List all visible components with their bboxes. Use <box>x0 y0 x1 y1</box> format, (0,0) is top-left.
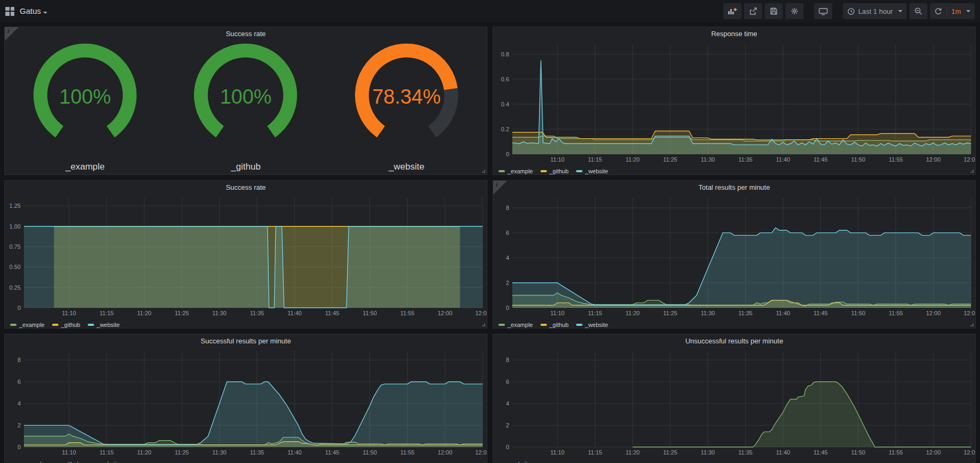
svg-text:8: 8 <box>506 205 509 211</box>
panel-successful-results: Successful results per minute 11:1011:15… <box>4 334 487 463</box>
tv-icon <box>818 7 828 15</box>
legend-swatch <box>540 170 547 172</box>
zoom-out-button[interactable] <box>909 3 927 19</box>
legend-item[interactable]: _website <box>499 461 530 463</box>
svg-text:11:20: 11:20 <box>626 449 640 456</box>
svg-text:6: 6 <box>506 378 509 385</box>
response-time-chart[interactable]: 11:1011:1511:2011:2511:3011:3511:4011:45… <box>493 40 975 166</box>
legend-item[interactable]: _website <box>88 322 120 328</box>
legend-swatch <box>499 170 505 172</box>
gauge-label: _github <box>165 162 326 172</box>
panel-total-results: i Total results per minute 11:1011:1511:… <box>493 180 976 329</box>
panel-success-rate-series: Success rate 11:1011:1511:2011:2511:3011… <box>4 180 487 329</box>
chevron-down-icon <box>898 10 902 12</box>
legend-swatch <box>10 324 16 326</box>
cycle-view-button[interactable] <box>814 3 832 19</box>
svg-text:11:25: 11:25 <box>663 310 678 316</box>
legend-item[interactable]: _website <box>88 461 120 463</box>
save-button[interactable] <box>765 3 783 19</box>
svg-text:11:55: 11:55 <box>400 449 415 456</box>
time-range-label: Last 1 hour <box>858 7 893 15</box>
svg-text:2: 2 <box>18 422 21 428</box>
svg-text:11:15: 11:15 <box>99 449 114 456</box>
svg-text:11:30: 11:30 <box>700 449 715 456</box>
svg-text:11:10: 11:10 <box>551 156 565 163</box>
svg-text:11:55: 11:55 <box>889 156 903 163</box>
legend-item[interactable]: _github <box>52 322 80 328</box>
svg-text:12:05: 12:05 <box>964 449 975 456</box>
svg-text:0.8: 0.8 <box>501 51 509 57</box>
total-results-chart[interactable]: 11:1011:1511:2011:2511:3011:3511:4011:45… <box>493 193 975 319</box>
gauge-label: _website <box>326 162 487 172</box>
unsuccessful-results-chart[interactable]: 11:1011:1511:2011:2511:3011:3511:4011:45… <box>493 347 975 459</box>
svg-text:11:30: 11:30 <box>700 310 715 316</box>
share-button[interactable] <box>744 3 762 19</box>
svg-text:12:05: 12:05 <box>475 449 487 456</box>
panel-resize-handle[interactable] <box>482 323 485 326</box>
panel-info-corner[interactable] <box>5 27 19 41</box>
dashboard-grid: i Success rate 100% _example 100% _githu… <box>0 22 980 463</box>
legend-item[interactable]: _example <box>499 168 533 174</box>
svg-text:0.6: 0.6 <box>501 76 509 82</box>
svg-text:11:55: 11:55 <box>400 310 415 316</box>
legend-item[interactable]: _website <box>576 322 608 328</box>
panel-resize-handle[interactable] <box>970 170 974 173</box>
legend-item[interactable]: _github <box>52 461 80 463</box>
chart-legend: _example_github_website <box>493 166 975 176</box>
panel-response-time: Response time 11:1011:1511:2011:2511:301… <box>493 27 976 175</box>
chevron-down-icon <box>43 12 47 14</box>
gauge-row: 100% _example 100% _github 78.34% _websi… <box>5 40 487 174</box>
panel-title[interactable]: Success rate <box>5 27 487 40</box>
legend-swatch <box>576 324 582 326</box>
legend-item[interactable]: _website <box>576 168 608 174</box>
panel-title[interactable]: Total results per minute <box>493 181 975 193</box>
panel-title[interactable]: Successful results per minute <box>5 334 487 347</box>
svg-text:2: 2 <box>506 422 509 428</box>
gauge-website: 78.34% _website <box>326 40 487 174</box>
svg-text:11:30: 11:30 <box>212 310 226 316</box>
panel-title[interactable]: Response time <box>493 27 975 40</box>
svg-text:6: 6 <box>18 378 21 385</box>
svg-text:11:35: 11:35 <box>250 449 264 456</box>
info-icon[interactable]: i <box>7 28 9 34</box>
info-icon[interactable]: i <box>496 181 497 188</box>
successful-results-chart[interactable]: 11:1011:1511:2011:2511:3011:3511:4011:45… <box>5 347 487 459</box>
settings-button[interactable] <box>785 3 804 19</box>
panel-title[interactable]: Success rate <box>5 181 487 193</box>
success-rate-chart[interactable]: 11:1011:1511:2011:2511:3011:3511:4011:45… <box>5 193 487 319</box>
legend-item[interactable]: _example <box>10 461 45 463</box>
refresh-button-group[interactable]: 1m <box>930 3 975 19</box>
panel-resize-handle[interactable] <box>482 170 485 173</box>
refresh-interval-label: 1m <box>951 7 961 15</box>
add-panel-button[interactable] <box>723 3 741 19</box>
svg-text:11:40: 11:40 <box>776 310 790 316</box>
time-range-button[interactable]: Last 1 hour <box>843 3 907 19</box>
chevron-down-icon <box>966 10 970 12</box>
svg-text:12:05: 12:05 <box>475 310 487 316</box>
svg-text:0.50: 0.50 <box>10 264 21 270</box>
svg-text:11:15: 11:15 <box>588 310 602 316</box>
svg-text:12:00: 12:00 <box>926 449 941 456</box>
svg-text:11:40: 11:40 <box>288 449 302 456</box>
dashboard-title-dropdown[interactable]: Gatus <box>20 6 47 16</box>
chart-legend: _example_github_website <box>5 319 487 330</box>
apps-grid-icon[interactable] <box>5 7 14 16</box>
legend-item[interactable]: _example <box>499 322 533 328</box>
svg-text:0: 0 <box>506 151 509 157</box>
svg-text:0.25: 0.25 <box>10 284 21 291</box>
legend-item[interactable]: _github <box>540 322 569 328</box>
legend-item[interactable]: _github <box>540 168 569 174</box>
share-icon <box>749 7 757 15</box>
legend-item[interactable]: _example <box>10 322 45 328</box>
svg-text:11:55: 11:55 <box>889 310 903 316</box>
svg-text:12:05: 12:05 <box>964 310 975 316</box>
svg-text:0: 0 <box>506 444 509 450</box>
legend-swatch <box>540 324 547 326</box>
svg-text:11:25: 11:25 <box>175 310 189 316</box>
panel-title[interactable]: Unsuccessful results per minute <box>493 334 975 347</box>
svg-text:11:20: 11:20 <box>626 156 640 163</box>
panel-resize-handle[interactable] <box>970 323 974 326</box>
svg-text:11:35: 11:35 <box>738 310 753 316</box>
svg-text:11:50: 11:50 <box>851 310 865 316</box>
panel-info-corner[interactable] <box>493 181 507 195</box>
